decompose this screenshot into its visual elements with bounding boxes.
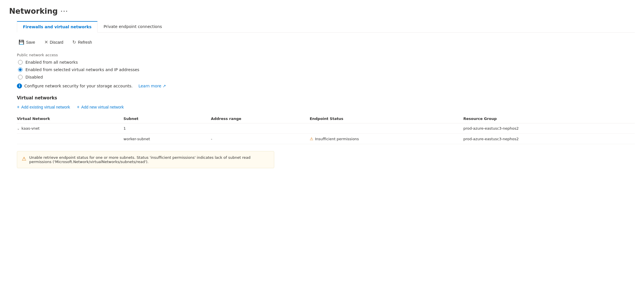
- page-title-area: Networking ···: [9, 7, 635, 15]
- table-row: worker-subnet - ⚠ Insufficient permissio…: [17, 134, 635, 144]
- radio-group: Enabled from all networks Enabled from s…: [18, 60, 635, 79]
- add-new-vnet-label: Add new virtual network: [81, 105, 124, 109]
- radio-all-networks-input[interactable]: [18, 60, 23, 65]
- child-address-range: -: [211, 134, 309, 144]
- refresh-button[interactable]: ↻ Refresh: [71, 38, 94, 46]
- save-label: Save: [26, 40, 35, 45]
- refresh-icon: ↻: [72, 39, 76, 45]
- child-vnet-name: [17, 134, 124, 144]
- radio-disabled-input[interactable]: [18, 75, 23, 79]
- radio-disabled[interactable]: Disabled: [18, 75, 635, 79]
- radio-disabled-label: Disabled: [25, 75, 43, 79]
- info-icon: i: [17, 83, 22, 89]
- radio-selected-networks-input[interactable]: [18, 67, 23, 72]
- page-title: Networking: [9, 7, 58, 15]
- action-links: + Add existing virtual network + Add new…: [17, 105, 635, 110]
- public-network-access-label: Public network access: [17, 53, 635, 57]
- vnet-resource-group: prod-azure-eastusc3-nephos2: [463, 123, 635, 134]
- ellipsis-icon: ···: [61, 8, 68, 14]
- vnet-table: Virtual Network Subnet Address range End…: [17, 114, 635, 144]
- discard-button[interactable]: ✕ Discard: [43, 38, 65, 46]
- add-existing-vnet-label: Add existing virtual network: [21, 105, 70, 109]
- learn-more-link[interactable]: Learn more ↗: [138, 84, 166, 88]
- toolbar: 💾 Save ✕ Discard ↻ Refresh: [17, 38, 635, 46]
- table-header-row: Virtual Network Subnet Address range End…: [17, 114, 635, 123]
- radio-all-networks-label: Enabled from all networks: [25, 60, 78, 65]
- radio-selected-networks[interactable]: Enabled from selected virtual networks a…: [18, 67, 635, 72]
- add-new-vnet-button[interactable]: + Add new virtual network: [77, 105, 124, 110]
- radio-all-networks[interactable]: Enabled from all networks: [18, 60, 635, 65]
- save-button[interactable]: 💾 Save: [17, 38, 37, 46]
- warning-banner-icon: ⚠: [22, 156, 26, 162]
- vnet-address-range: [211, 123, 309, 134]
- refresh-label: Refresh: [78, 40, 92, 45]
- child-subnet: worker-subnet: [124, 134, 211, 144]
- save-icon: 💾: [19, 39, 24, 45]
- warning-banner-text: Unable retrieve endpoint status for one …: [29, 155, 269, 164]
- vnet-name: kaas-vnet: [21, 126, 39, 131]
- add-existing-vnet-button[interactable]: + Add existing virtual network: [17, 105, 70, 110]
- table-row: ⌄ kaas-vnet 1 prod-azure-eastusc3-nephos…: [17, 123, 635, 134]
- vnet-endpoint-status: [310, 123, 463, 134]
- tab-bar: Firewalls and virtual networks Private e…: [17, 21, 635, 33]
- plus-icon-existing: +: [17, 105, 19, 110]
- col-address-range: Address range: [211, 114, 309, 123]
- vnet-subnet-count: 1: [124, 123, 211, 134]
- info-banner: i Configure network security for your st…: [17, 83, 635, 89]
- col-subnet: Subnet: [124, 114, 211, 123]
- expand-icon[interactable]: ⌄: [17, 127, 20, 131]
- public-network-access-section: Public network access Enabled from all n…: [17, 53, 635, 89]
- tab-private-endpoints[interactable]: Private endpoint connections: [98, 21, 168, 33]
- radio-selected-networks-label: Enabled from selected virtual networks a…: [25, 67, 139, 72]
- virtual-networks-section: Virtual networks + Add existing virtual …: [17, 95, 635, 144]
- child-resource-group: prod-azure-eastusc3-nephos2: [463, 134, 635, 144]
- discard-icon: ✕: [44, 39, 48, 45]
- child-endpoint-status: ⚠ Insufficient permissions: [310, 134, 463, 144]
- tab-firewalls[interactable]: Firewalls and virtual networks: [17, 21, 98, 33]
- content-area: Firewalls and virtual networks Private e…: [17, 21, 635, 168]
- discard-label: Discard: [50, 40, 63, 45]
- endpoint-status-text: Insufficient permissions: [315, 137, 359, 141]
- info-text: Configure network security for your stor…: [24, 84, 133, 88]
- main-container: ‹ Firewalls and virtual networks Private…: [9, 21, 635, 168]
- warning-icon: ⚠: [310, 137, 313, 141]
- plus-icon-new: +: [77, 105, 79, 110]
- col-virtual-network: Virtual Network: [17, 114, 124, 123]
- warning-banner: ⚠ Unable retrieve endpoint status for on…: [17, 151, 274, 168]
- col-endpoint-status: Endpoint Status: [310, 114, 463, 123]
- virtual-networks-title: Virtual networks: [17, 95, 635, 101]
- col-resource-group: Resource Group: [463, 114, 635, 123]
- vnet-name-cell: ⌄ kaas-vnet: [17, 123, 124, 134]
